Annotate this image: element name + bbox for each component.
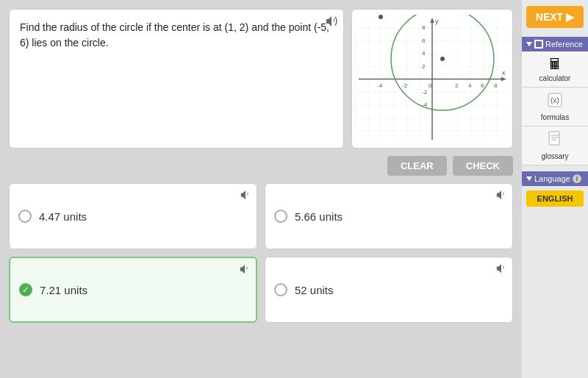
svg-text:-2: -2	[422, 89, 428, 96]
choice-b-text: 5.66 units	[295, 210, 343, 223]
svg-text:0: 0	[429, 82, 432, 89]
reference-section: Reference 🖩 calculator (x) formulas	[522, 37, 588, 165]
checkmark-icon: ✓	[22, 285, 29, 295]
svg-text:6: 6	[481, 82, 484, 89]
choice-b-card[interactable]: 5.66 units	[265, 183, 513, 249]
svg-text:4: 4	[468, 82, 472, 89]
svg-text:-4: -4	[377, 82, 383, 89]
choice-c-radio[interactable]: ✓	[19, 283, 32, 296]
english-button[interactable]: ENGLISH	[526, 190, 584, 207]
svg-text:2: 2	[422, 63, 426, 70]
question-box: Find the radius of the circle if the cen…	[9, 9, 344, 149]
glossary-item[interactable]: glossary	[522, 126, 588, 165]
svg-text:2: 2	[455, 82, 459, 89]
svg-text:6: 6	[422, 38, 426, 44]
main-area: Find the radius of the circle if the cen…	[0, 0, 522, 378]
choice-a-sound[interactable]	[240, 190, 251, 202]
language-triangle-icon	[526, 176, 532, 181]
choice-d-sound[interactable]	[496, 263, 506, 276]
formulas-label: formulas	[541, 113, 569, 121]
reference-label: Reference	[545, 40, 583, 49]
glossary-icon	[547, 131, 563, 151]
choice-a-text: 4.47 units	[39, 210, 87, 223]
formulas-icon: (x)	[547, 92, 563, 112]
formulas-item[interactable]: (x) formulas	[522, 88, 588, 126]
choice-a-card[interactable]: 4.47 units	[9, 183, 257, 249]
glossary-label: glossary	[541, 152, 568, 160]
choice-d-radio[interactable]	[274, 283, 287, 296]
question-text: Find the radius of the circle if the cen…	[20, 20, 333, 51]
reference-header: Reference	[522, 37, 588, 51]
check-button[interactable]: CHECK	[453, 156, 513, 176]
svg-text:4: 4	[422, 50, 426, 57]
language-header: Language i	[522, 171, 588, 186]
svg-rect-26	[549, 132, 559, 145]
choice-c-sound[interactable]	[240, 264, 250, 277]
calculator-icon: 🖩	[548, 56, 562, 73]
svg-text:8: 8	[422, 24, 426, 31]
language-label: Language	[534, 174, 570, 183]
choice-b-radio[interactable]	[274, 210, 287, 223]
coordinate-graph: x y -4 -2 0 2 4 6 8 8 6 4 2 -2	[355, 15, 509, 143]
next-arrow-icon: ▶	[566, 11, 574, 23]
svg-point-22	[440, 57, 445, 61]
svg-text:(x): (x)	[551, 96, 559, 104]
svg-text:y: y	[435, 18, 439, 25]
svg-text:x: x	[502, 69, 506, 76]
choice-a-radio[interactable]	[18, 210, 32, 223]
calculator-label: calculator	[539, 74, 571, 82]
checkbox-icon	[534, 40, 543, 49]
graph-box: x y -4 -2 0 2 4 6 8 8 6 4 2 -2	[351, 9, 513, 149]
choice-c-card[interactable]: ✓ 7.21 units	[9, 257, 257, 323]
choices-grid: 4.47 units 5.66 units ✓ 7.21 units	[9, 183, 513, 323]
calculator-item[interactable]: 🖩 calculator	[522, 51, 588, 88]
language-section: Language i ENGLISH	[522, 171, 588, 211]
svg-text:-2: -2	[402, 82, 408, 89]
top-section: Find the radius of the circle if the cen…	[9, 9, 513, 149]
triangle-icon	[526, 42, 532, 46]
svg-point-23	[379, 15, 383, 19]
clear-button[interactable]: CLEAR	[387, 156, 447, 176]
next-button[interactable]: NEXT ▶	[526, 6, 584, 28]
svg-text:8: 8	[494, 82, 498, 89]
choice-b-sound[interactable]	[496, 190, 506, 202]
choice-d-card[interactable]: 52 units	[265, 257, 513, 323]
info-icon: i	[573, 174, 581, 183]
choice-d-text: 52 units	[295, 284, 334, 296]
sidebar: NEXT ▶ Reference 🖩 calculator (x) formul…	[522, 0, 588, 378]
question-sound-button[interactable]	[326, 15, 337, 29]
action-buttons: CLEAR CHECK	[9, 156, 513, 176]
choice-c-text: 7.21 units	[40, 284, 87, 296]
